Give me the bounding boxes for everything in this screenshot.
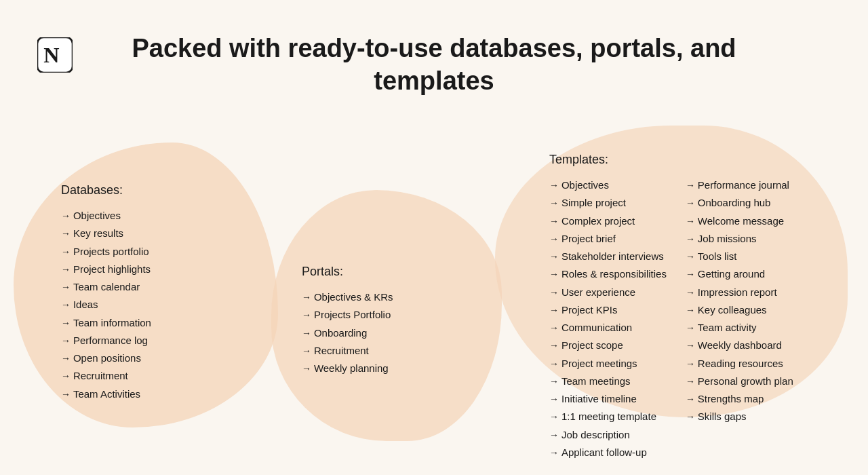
list-item: Personal growth plan: [686, 373, 793, 390]
portals-section: Portals: Objectives & KRs Projects Portf…: [302, 265, 393, 377]
list-item: Objectives: [61, 207, 151, 225]
list-item: Objectives: [549, 176, 667, 194]
list-item: Onboarding: [302, 324, 393, 342]
notion-logo: N: [37, 37, 73, 73]
list-item: Performance log: [61, 332, 151, 349]
list-item: 1:1 meeting template: [549, 408, 667, 425]
list-item: Applicant follow-up: [549, 444, 667, 461]
list-item: Team meetings: [549, 373, 667, 390]
list-item: Objectives & KRs: [302, 288, 393, 306]
list-item: Welcome message: [686, 212, 793, 230]
templates-title: Templates:: [549, 153, 793, 167]
list-item: Stakeholder interviews: [549, 248, 667, 265]
list-item: Recruitment: [61, 367, 151, 385]
databases-title: Databases:: [61, 183, 151, 197]
list-item: Project brief: [549, 230, 667, 248]
list-item: Recruitment: [302, 342, 393, 360]
list-item: Team information: [61, 314, 151, 332]
page-title: Packed with ready-to-use databases, port…: [88, 33, 780, 97]
list-item: Tools list: [686, 248, 793, 265]
list-item: Team calendar: [61, 278, 151, 296]
databases-list: Objectives Key results Projects portfoli…: [61, 207, 151, 403]
list-item: Open positions: [61, 349, 151, 367]
list-item: User experience: [549, 284, 667, 301]
databases-section: Databases: Objectives Key results Projec…: [61, 183, 151, 403]
list-item: Ideas: [61, 296, 151, 314]
list-item: Key results: [61, 225, 151, 242]
list-item: Key colleagues: [686, 301, 793, 319]
list-item: Simple project: [549, 194, 667, 212]
templates-columns: Objectives Simple project Complex projec…: [549, 176, 793, 461]
list-item: Skills gaps: [686, 408, 793, 425]
portals-list: Objectives & KRs Projects Portfolio Onbo…: [302, 288, 393, 377]
list-item: Onboarding hub: [686, 194, 793, 212]
list-item: Job description: [549, 426, 667, 444]
list-item: Weekly dashboard: [686, 337, 793, 354]
list-item: Project highlights: [61, 261, 151, 278]
list-item: Complex project: [549, 212, 667, 230]
list-item: Project KPIs: [549, 301, 667, 319]
portals-title: Portals:: [302, 265, 393, 279]
list-item: Communication: [549, 319, 667, 337]
list-item: Roles & responsibilities: [549, 265, 667, 283]
list-item: Project scope: [549, 337, 667, 354]
list-item: Team activity: [686, 319, 793, 337]
templates-col-1: Objectives Simple project Complex projec…: [549, 176, 667, 461]
list-item: Reading resources: [686, 355, 793, 373]
list-item: Projects Portfolio: [302, 306, 393, 324]
list-item: Projects portfolio: [61, 243, 151, 261]
list-item: Weekly planning: [302, 360, 393, 377]
list-item: Team Activities: [61, 385, 151, 403]
list-item: Getting around: [686, 265, 793, 283]
list-item: Job missions: [686, 230, 793, 248]
list-item: Performance journal: [686, 176, 793, 194]
list-item: Project meetings: [549, 355, 667, 373]
svg-text:N: N: [43, 43, 59, 67]
list-item: Impression report: [686, 284, 793, 301]
list-item: Strengths map: [686, 390, 793, 408]
list-item: Initiative timeline: [549, 390, 667, 408]
templates-section: Templates: Objectives Simple project Com…: [549, 153, 793, 461]
templates-col-2: Performance journal Onboarding hub Welco…: [686, 176, 793, 461]
